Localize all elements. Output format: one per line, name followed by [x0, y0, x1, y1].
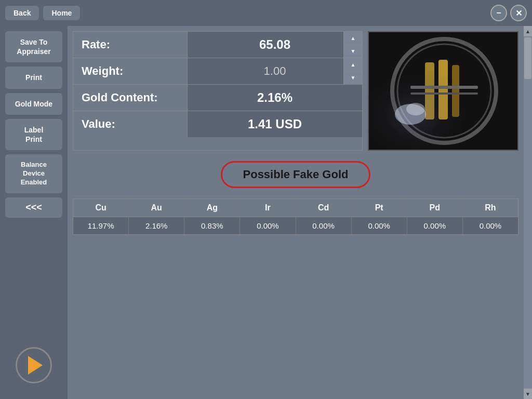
rate-up-button[interactable]: ▲ [344, 32, 362, 45]
minimize-button[interactable]: − [490, 5, 507, 21]
elem-val-rh: 0.00% [463, 217, 518, 234]
warning-text: Possible Fake Gold [243, 168, 349, 181]
elem-header-pt: Pt [352, 199, 407, 217]
home-button[interactable]: Home [43, 6, 80, 20]
elem-header-cd: Cd [296, 199, 352, 217]
elem-val-ir: 0.00% [240, 217, 296, 234]
weight-value: 1.00 [264, 64, 286, 78]
elem-val-cd: 0.00% [296, 217, 352, 234]
rate-value: 65.08 [259, 37, 290, 52]
scroll-thumb[interactable] [524, 37, 531, 79]
elem-header-ir: Ir [240, 199, 296, 217]
elem-val-ag: 0.83% [184, 217, 240, 234]
scrollbar[interactable]: ▲ ▼ [524, 26, 532, 399]
rate-value-cell: 65.08 ▲ ▼ [188, 32, 362, 58]
elem-header-cu: Cu [73, 199, 129, 217]
elem-val-pt: 0.00% [352, 217, 407, 234]
sidebar: Save ToAppraiser Print Gold Mode LabelPr… [0, 26, 68, 399]
elem-val-cu: 11.97% [73, 217, 129, 234]
specimen-svg [369, 31, 517, 151]
top-row: Rate: 65.08 ▲ ▼ Weight: 1.00 [73, 31, 518, 151]
elements-data-row: 11.97% 2.16% 0.83% 0.00% 0.00% 0.00% 0.0… [73, 217, 518, 234]
scroll-track [524, 36, 532, 389]
elem-header-au: Au [129, 199, 184, 217]
rate-spinner[interactable]: ▲ ▼ [343, 32, 362, 58]
warning-oval: Possible Fake Gold [221, 161, 371, 188]
gold-content-value-cell: 2.16% [188, 85, 362, 111]
window-controls: − ✕ [490, 5, 527, 21]
rate-row: Rate: 65.08 ▲ ▼ [73, 32, 362, 58]
elem-val-pd: 0.00% [407, 217, 463, 234]
gold-mode-button[interactable]: Gold Mode [5, 93, 62, 115]
elements-header-row: Cu Au Ag Ir Cd Pt Pd Rh [73, 199, 518, 217]
gold-content-row: Gold Content: 2.16% [73, 85, 362, 111]
weight-value-cell: 1.00 ▲ ▼ [188, 58, 362, 84]
main-layout: Save ToAppraiser Print Gold Mode LabelPr… [0, 26, 532, 399]
elem-header-pd: Pd [407, 199, 463, 217]
weight-row: Weight: 1.00 ▲ ▼ [73, 58, 362, 85]
elem-header-ag: Ag [184, 199, 240, 217]
balance-device-button[interactable]: Balance DeviceEnabled [5, 154, 62, 193]
rate-down-button[interactable]: ▼ [344, 45, 362, 58]
scroll-down-arrow[interactable]: ▼ [524, 389, 532, 399]
weight-label: Weight: [73, 58, 188, 84]
play-icon [28, 356, 43, 375]
value-value-cell: 1.41 USD [188, 111, 362, 137]
value-value: 1.41 USD [248, 117, 302, 131]
svg-rect-10 [369, 31, 517, 151]
elements-table: Cu Au Ag Ir Cd Pt Pd Rh 11.97% 2.16% 0.8… [73, 198, 518, 235]
weight-down-button[interactable]: ▼ [344, 72, 362, 85]
scroll-up-arrow[interactable]: ▲ [524, 26, 532, 36]
gold-content-value: 2.16% [257, 90, 292, 105]
content-area: Rate: 65.08 ▲ ▼ Weight: 1.00 [68, 26, 524, 399]
nav-back-button[interactable]: <<< [5, 197, 62, 218]
value-row: Value: 1.41 USD [73, 111, 362, 137]
specimen-image [368, 31, 518, 151]
save-to-appraiser-button[interactable]: Save ToAppraiser [5, 31, 62, 62]
back-button[interactable]: Back [5, 6, 39, 20]
value-label: Value: [73, 111, 188, 137]
play-button[interactable] [16, 347, 52, 383]
data-table: Rate: 65.08 ▲ ▼ Weight: 1.00 [73, 31, 363, 151]
top-bar: Back Home − ✕ [0, 0, 532, 26]
weight-spinner[interactable]: ▲ ▼ [343, 58, 362, 84]
warning-area: Possible Fake Gold [73, 156, 518, 193]
elem-val-au: 2.16% [129, 217, 184, 234]
rate-label: Rate: [73, 32, 188, 58]
gold-content-label: Gold Content: [73, 85, 188, 111]
close-button[interactable]: ✕ [510, 5, 527, 21]
elem-header-rh: Rh [463, 199, 518, 217]
label-print-button[interactable]: LabelPrint [5, 119, 62, 150]
weight-up-button[interactable]: ▲ [344, 58, 362, 72]
print-button[interactable]: Print [5, 66, 62, 88]
